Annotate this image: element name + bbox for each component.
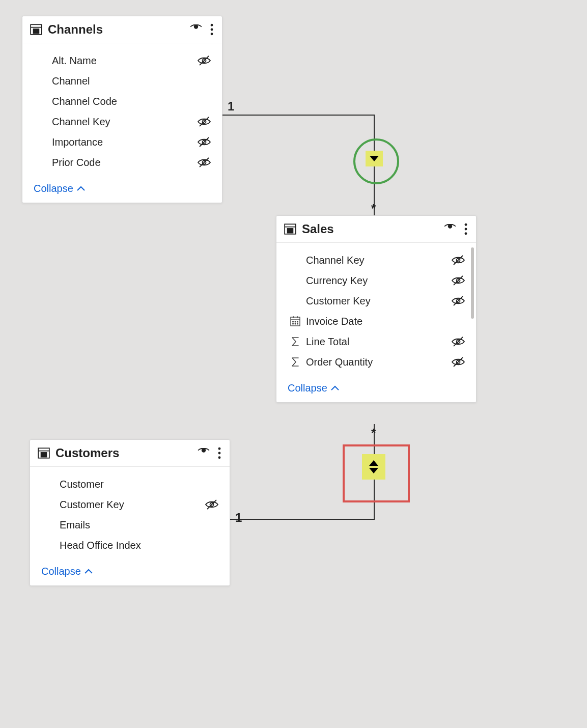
svg-line-50 [207,500,216,509]
svg-line-8 [200,56,209,65]
visibility-toggle-icon[interactable] [197,448,210,458]
svg-line-14 [200,158,209,167]
hidden-eye-icon[interactable] [450,275,467,286]
svg-point-18 [449,225,452,228]
field-name: Invoice Date [303,316,450,327]
card-header[interactable]: Customers [30,440,230,467]
svg-point-46 [218,447,221,450]
calendar-icon [288,316,303,327]
table-title: Channels [48,22,189,37]
svg-point-20 [465,228,467,231]
svg-point-5 [211,29,213,31]
field-row[interactable]: Importance [34,132,213,152]
svg-point-6 [211,33,213,35]
field-row[interactable]: Prior Code [34,152,213,173]
field-row[interactable]: Customer [41,474,220,494]
field-row[interactable]: Channel [34,71,213,91]
field-row[interactable]: Channel Key [34,111,213,132]
field-name: Emails [57,519,203,531]
svg-point-48 [218,456,221,459]
table-icon [284,222,297,236]
field-row[interactable]: Customer Key [41,494,220,515]
visibility-toggle-icon[interactable] [189,24,203,35]
chevron-up-icon [330,385,340,391]
field-row[interactable]: Channel Key [288,250,467,270]
svg-point-34 [297,321,298,322]
field-name: Customer Key [57,499,203,511]
table-title: Customers [55,446,197,460]
svg-line-27 [454,296,463,305]
table-title: Sales [302,222,443,236]
hidden-eye-icon[interactable] [195,55,213,66]
chevron-up-icon [84,569,93,575]
field-row[interactable]: Invoice Date [288,311,467,331]
field-name: Alt. Name [49,55,195,67]
field-name: Importance [49,136,195,148]
collapse-button[interactable]: Collapse [288,382,340,394]
relationship-line[interactable] [222,115,375,116]
collapse-button[interactable]: Collapse [41,566,93,577]
svg-line-10 [200,117,209,126]
filter-direction-both[interactable] [362,454,385,480]
cardinality-many-label: * [371,202,376,216]
field-row[interactable]: Currency Key [288,270,467,291]
svg-point-4 [211,24,213,26]
svg-line-23 [454,256,463,265]
field-name: Head Office Index [57,540,203,551]
svg-point-19 [465,223,467,226]
relationship-line[interactable] [230,519,375,520]
collapse-label: Collapse [34,183,73,194]
filter-direction-single[interactable] [366,151,383,166]
collapse-label: Collapse [41,566,81,577]
hidden-eye-icon[interactable] [195,157,213,168]
field-name: Customer Key [303,295,450,307]
hidden-eye-icon[interactable] [195,116,213,127]
field-row[interactable]: Channel Code [34,91,213,111]
card-header[interactable]: Sales [276,216,476,243]
arrow-down-icon [370,156,379,161]
field-row[interactable]: Alt. Name [34,50,213,71]
table-icon [37,446,50,460]
field-name: Channel Code [49,96,195,107]
chevron-up-icon [76,186,86,192]
field-row[interactable]: Emails [41,515,220,535]
hidden-eye-icon[interactable] [450,336,467,347]
sigma-icon [288,356,303,368]
field-row[interactable]: Customer Key [288,291,467,311]
svg-point-3 [194,25,198,29]
field-name: Channel [49,75,195,87]
field-row[interactable]: Order Quantity [288,352,467,372]
svg-rect-2 [34,29,39,34]
sigma-icon [288,336,303,347]
field-row[interactable]: Line Total [288,331,467,352]
hidden-eye-icon[interactable] [203,499,220,510]
table-card-channels[interactable]: Channels Alt. NameChannelChannel CodeCha… [22,16,222,203]
hidden-eye-icon[interactable] [450,295,467,306]
hidden-eye-icon[interactable] [450,255,467,266]
more-options-icon[interactable] [210,23,214,36]
svg-point-33 [295,321,296,322]
svg-line-41 [454,357,463,367]
arrow-down-icon [369,468,378,473]
hidden-eye-icon[interactable] [195,136,213,148]
svg-line-25 [454,276,463,285]
svg-point-35 [293,323,294,324]
visibility-toggle-icon[interactable] [443,224,457,234]
collapse-button[interactable]: Collapse [34,183,86,194]
hidden-eye-icon[interactable] [450,356,467,368]
field-name: Customer [57,479,203,490]
cardinality-one-label: 1 [228,99,234,114]
field-name: Currency Key [303,275,450,287]
more-options-icon[interactable] [464,223,468,235]
scrollbar[interactable] [471,247,474,319]
svg-point-47 [218,452,221,455]
card-header[interactable]: Channels [22,16,222,43]
field-name: Line Total [303,336,450,348]
table-card-sales[interactable]: Sales Channel KeyCurrency KeyCustomer Ke… [276,215,477,403]
more-options-icon[interactable] [217,447,221,459]
field-row[interactable]: Head Office Index [41,535,220,555]
table-card-customers[interactable]: Customers CustomerCustomer KeyEmailsHead… [30,439,230,586]
svg-rect-44 [41,453,47,457]
arrow-up-icon [369,460,378,466]
cardinality-many-label: * [371,426,376,440]
